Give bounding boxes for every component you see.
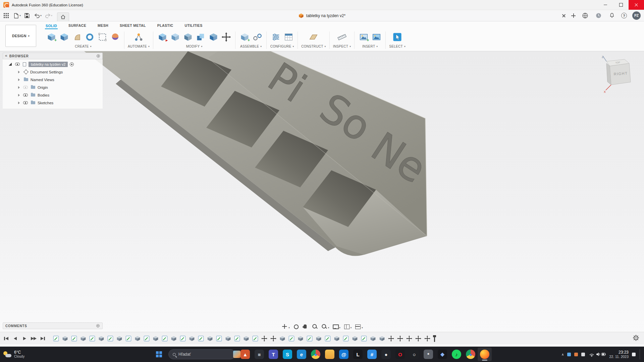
timeline-sketch-icon[interactable] bbox=[343, 336, 349, 342]
timeline-settings-gear-icon[interactable] bbox=[633, 335, 639, 343]
new-document-tab-icon[interactable] bbox=[571, 13, 576, 18]
press-pull-icon[interactable]: ▸ bbox=[157, 31, 168, 43]
user-avatar[interactable]: PZ bbox=[632, 11, 641, 20]
ribbon-group-label-assemble[interactable]: ASSEMBLE bbox=[240, 45, 262, 48]
tray-app-icon[interactable] bbox=[581, 353, 585, 356]
expand-arrow-icon[interactable] bbox=[18, 94, 20, 97]
dropdown-caret-icon[interactable]: ▾ bbox=[339, 326, 340, 329]
ribbon-group-label-inspect[interactable]: INSPECT bbox=[333, 45, 351, 48]
display-icon[interactable]: ▾ bbox=[332, 323, 340, 330]
fit-icon[interactable]: ▾ bbox=[321, 323, 329, 330]
panel-grip-icon[interactable] bbox=[97, 54, 100, 58]
dropdown-caret-icon[interactable]: ▾ bbox=[288, 326, 290, 329]
play-button[interactable] bbox=[21, 336, 28, 341]
automate-icon[interactable] bbox=[133, 31, 145, 43]
chrome-icon[interactable]: ● bbox=[309, 348, 323, 361]
step-forward-button[interactable] bbox=[31, 336, 37, 341]
firefox-icon[interactable] bbox=[478, 348, 492, 361]
activate-component-icon[interactable] bbox=[70, 62, 74, 66]
step-back-button[interactable] bbox=[12, 336, 18, 341]
redo-caret-icon[interactable]: ▾ bbox=[51, 14, 52, 17]
new-solid-icon[interactable]: + bbox=[46, 31, 57, 43]
timeline-sketch-icon[interactable] bbox=[53, 336, 59, 342]
folder-icon[interactable] bbox=[323, 348, 337, 361]
ribbon-group-label-automate[interactable]: AUTOMATE bbox=[128, 45, 150, 48]
search-box[interactable] bbox=[168, 349, 235, 359]
timeline-feature-icon[interactable] bbox=[153, 336, 159, 342]
job-status-icon[interactable] bbox=[594, 12, 602, 20]
zoom-icon[interactable] bbox=[311, 323, 318, 330]
timeline-feature-icon[interactable] bbox=[80, 336, 86, 342]
timeline-sketch-icon[interactable] bbox=[162, 336, 168, 342]
workspace-selector[interactable]: DESIGN bbox=[5, 25, 36, 47]
layout-icon[interactable]: ▾ bbox=[354, 323, 363, 330]
tab-utilities[interactable]: UTILITIES bbox=[184, 23, 203, 29]
move-copy-icon[interactable] bbox=[220, 31, 232, 43]
network-volume-battery-icons[interactable] bbox=[588, 352, 606, 357]
timeline-feature-icon[interactable] bbox=[135, 336, 141, 342]
ribbon-group-label-construct[interactable]: CONSTRUCT bbox=[301, 45, 326, 48]
select-icon[interactable] bbox=[392, 31, 403, 43]
timeline-position-marker[interactable] bbox=[434, 335, 435, 342]
timeline-feature-icon[interactable] bbox=[207, 336, 213, 342]
insert-image-icon[interactable] bbox=[371, 31, 382, 43]
app-window-icon[interactable]: ■ bbox=[252, 348, 266, 361]
timeline-feature-icon[interactable] bbox=[379, 336, 385, 342]
insert-derive-icon[interactable]: + bbox=[358, 31, 369, 43]
tab-solid[interactable]: SOLID bbox=[45, 24, 58, 29]
recorder-icon[interactable]: ○ bbox=[407, 348, 421, 361]
game-launcher-icon[interactable]: ▲ bbox=[238, 348, 252, 361]
timeline-feature-icon[interactable] bbox=[243, 336, 249, 342]
timeline-move-icon[interactable] bbox=[270, 336, 276, 342]
timeline-sketch-icon[interactable] bbox=[125, 336, 131, 342]
timeline-sketch-icon[interactable] bbox=[180, 336, 186, 342]
root-component-label[interactable]: tabletky na tyzden v2 bbox=[29, 62, 68, 67]
timeline-sketch-icon[interactable] bbox=[252, 336, 258, 342]
timeline-feature-icon[interactable] bbox=[370, 336, 376, 342]
show-desktop-button[interactable] bbox=[640, 349, 641, 359]
timeline-sketch-icon[interactable] bbox=[216, 336, 222, 342]
timeline-sketch-icon[interactable] bbox=[325, 336, 331, 342]
settings-icon[interactable]: * bbox=[421, 348, 435, 361]
timeline-move-icon[interactable] bbox=[424, 336, 430, 342]
weather-widget[interactable]: 6°C Cloudy bbox=[3, 347, 24, 362]
timeline-sketch-icon[interactable] bbox=[107, 336, 113, 342]
document-tab[interactable]: tabletky na tyzden v2* bbox=[299, 10, 345, 21]
tray-app-icon[interactable] bbox=[567, 353, 571, 356]
coil-icon[interactable] bbox=[84, 31, 95, 43]
tray-app-icon[interactable] bbox=[574, 353, 578, 356]
browser-item-sketches[interactable]: Sketches bbox=[3, 99, 103, 107]
timeline-feature-icon[interactable] bbox=[225, 336, 231, 342]
go-to-end-button[interactable] bbox=[40, 336, 46, 341]
timeline-sketch-icon[interactable] bbox=[198, 336, 204, 342]
help-icon[interactable] bbox=[621, 13, 627, 18]
new-component-icon[interactable]: + bbox=[239, 31, 250, 43]
browser-item-document-settings[interactable]: Document Settings bbox=[3, 68, 103, 76]
tab-mesh[interactable]: MESH bbox=[97, 23, 109, 29]
notification-bell-icon[interactable] bbox=[608, 12, 616, 20]
browser-item-bodies[interactable]: Bodies bbox=[3, 91, 103, 99]
grid-icon[interactable]: ▾ bbox=[343, 323, 352, 330]
timeline-feature-icon[interactable] bbox=[62, 336, 68, 342]
expand-arrow-icon[interactable] bbox=[18, 86, 20, 89]
home-tab[interactable] bbox=[57, 12, 69, 21]
dropdown-caret-icon[interactable]: ▾ bbox=[362, 326, 363, 329]
timeline-move-icon[interactable] bbox=[415, 336, 421, 342]
ribbon-group-label-create[interactable]: CREATE bbox=[75, 45, 92, 48]
timeline-feature-icon[interactable] bbox=[189, 336, 195, 342]
timeline-feature-icon[interactable] bbox=[316, 336, 322, 342]
tray-overflow-chevron-icon[interactable] bbox=[561, 353, 564, 356]
joint-icon[interactable] bbox=[252, 31, 263, 43]
maximize-button[interactable] bbox=[613, 0, 629, 10]
app-grid-icon[interactable] bbox=[2, 12, 10, 20]
collapse-panel-icon[interactable] bbox=[5, 54, 7, 58]
visibility-eye-icon[interactable] bbox=[23, 101, 28, 104]
go-to-start-button[interactable] bbox=[3, 336, 9, 341]
configure-icon[interactable] bbox=[270, 31, 281, 43]
chromium-icon[interactable]: ● bbox=[464, 348, 478, 361]
form-icon[interactable] bbox=[109, 31, 121, 43]
measure-icon[interactable] bbox=[336, 31, 347, 43]
expand-arrow-icon[interactable] bbox=[18, 71, 20, 73]
timeline-sketch-icon[interactable] bbox=[89, 336, 95, 342]
mail-icon[interactable]: @ bbox=[337, 348, 351, 361]
